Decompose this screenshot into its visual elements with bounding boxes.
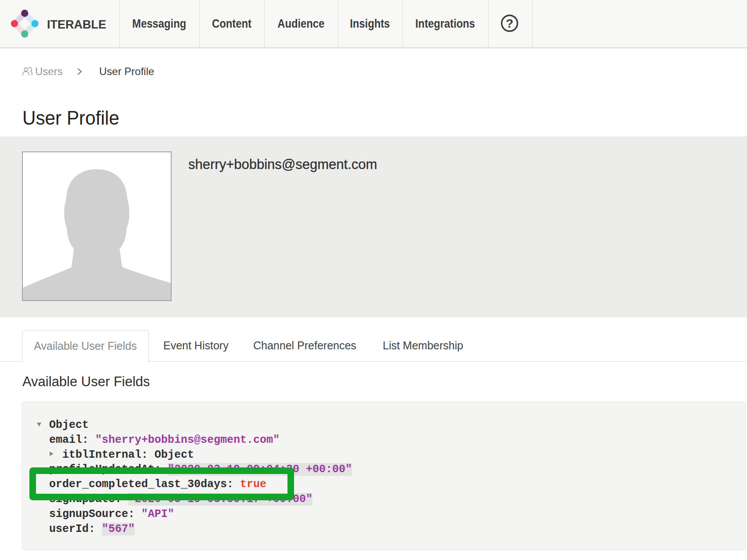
svg-text:?: ?: [506, 17, 513, 30]
